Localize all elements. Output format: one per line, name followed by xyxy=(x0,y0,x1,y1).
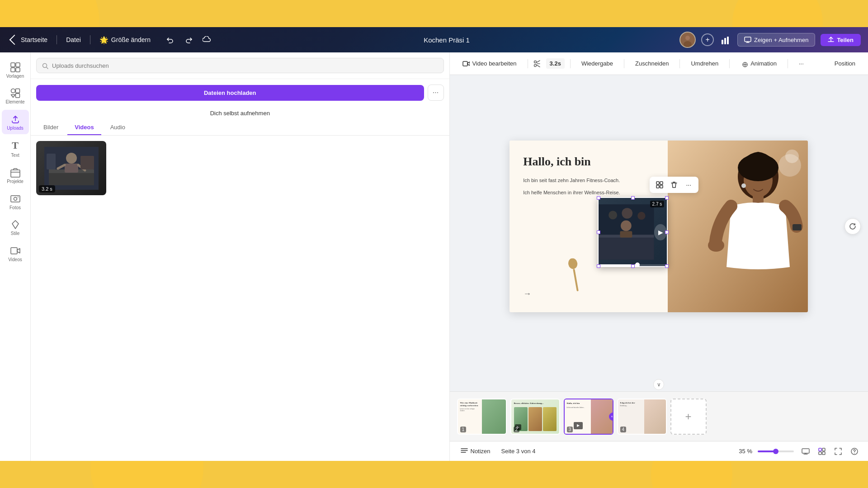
slide-arrow: → xyxy=(523,289,531,299)
canvas-bottom: ∨ xyxy=(450,378,868,391)
elemente-label: Elemente xyxy=(5,99,24,104)
resize-handle-r[interactable] xyxy=(665,230,669,234)
zoom-slider[interactable] xyxy=(758,450,794,452)
sidebar-item-elemente[interactable]: Elemente xyxy=(2,84,29,108)
stile-icon xyxy=(10,219,20,230)
float-add-button[interactable] xyxy=(653,178,666,191)
sidebar-item-vorlagen[interactable]: Vorlagen xyxy=(2,58,29,82)
video-bearbeiten-button[interactable]: Video bearbeiten xyxy=(457,57,522,70)
project-title: Kochen Präsi 1 xyxy=(424,36,470,44)
sidebar-item-uploads[interactable]: Uploads xyxy=(2,110,29,134)
media-grid: 3.2 s xyxy=(31,136,449,461)
svg-point-35 xyxy=(738,154,778,181)
sun-icon: 🌟 xyxy=(99,36,108,44)
position-button[interactable]: Position xyxy=(829,57,861,70)
upload-button[interactable]: Dateien hochladen xyxy=(36,85,424,101)
float-delete-button[interactable] xyxy=(668,178,680,191)
slide-canvas: Hallo, ich bin Ich bin seit fast zehn Ja… xyxy=(509,141,808,312)
tab-bilder[interactable]: Bilder xyxy=(36,120,66,135)
canvas-area: Video bearbeiten 3.2s Wiedergabe xyxy=(450,52,868,461)
search-input[interactable] xyxy=(52,62,438,69)
grid-view-button[interactable] xyxy=(816,445,828,458)
toolbar-right: Position xyxy=(829,57,861,70)
toolbar-sep-5 xyxy=(729,59,730,68)
tab-videos[interactable]: Videos xyxy=(67,120,101,135)
sidebar-item-projekte[interactable]: Projekte xyxy=(2,163,29,188)
svg-point-1 xyxy=(685,36,690,40)
resize-handle-br[interactable] xyxy=(665,264,669,268)
toolbar-sep-2 xyxy=(570,59,571,68)
svg-point-17 xyxy=(18,197,19,197)
cloud-save-button[interactable] xyxy=(199,33,214,47)
wiedergabe-button[interactable]: Wiedergabe xyxy=(576,57,618,70)
upload-area: Dateien hochladen ··· xyxy=(31,79,449,106)
svg-rect-12 xyxy=(15,89,19,93)
tab-audio[interactable]: Audio xyxy=(103,120,132,135)
fullscreen-button[interactable] xyxy=(832,445,844,458)
self-record-button[interactable]: Dich selbst aufnehmen xyxy=(31,106,449,120)
slide-body-2: Ich helfe Menschen in ihrer Wellness-Rei… xyxy=(523,189,654,197)
avatar[interactable] xyxy=(679,32,696,48)
resize-handle-b[interactable] xyxy=(631,264,635,268)
svg-rect-18 xyxy=(11,248,17,254)
toolbar-duration: 3.2s xyxy=(546,58,565,69)
svg-point-49 xyxy=(621,221,632,231)
svg-point-46 xyxy=(609,211,617,219)
teilen-button[interactable]: Teilen xyxy=(821,34,861,46)
sidebar-item-fotos[interactable]: Fotos xyxy=(2,189,29,214)
animation-button[interactable]: Animation xyxy=(735,57,782,70)
svg-rect-56 xyxy=(819,448,821,451)
float-more-button[interactable]: ··· xyxy=(682,178,695,191)
svg-point-40 xyxy=(778,154,801,177)
umdrehen-button[interactable]: Umdrehen xyxy=(685,57,724,70)
notes-button[interactable]: Notizen xyxy=(457,446,494,456)
sidebar-item-videos[interactable]: Videos xyxy=(2,241,29,266)
svg-point-41 xyxy=(567,258,578,270)
sidebar-item-stile[interactable]: Stile xyxy=(2,216,29,240)
grosse-button[interactable]: 🌟 Größe ändern xyxy=(96,34,154,46)
slide-thumb-3[interactable]: Hallo, ich bin Ich bin seit fast zehn Ja… xyxy=(564,399,613,435)
zoom-slider-fill xyxy=(758,450,774,452)
slide-4-right xyxy=(644,399,666,434)
slide-thumb-2[interactable]: Besser, effektive Zubereitung... ▶ 2 xyxy=(510,399,560,435)
sidebar-item-text[interactable]: T Text xyxy=(2,136,29,161)
chevron-down-button[interactable]: ∨ xyxy=(653,379,664,390)
text-icon: T xyxy=(12,140,19,151)
slide-thumb-1[interactable]: Wir eine Mahlzeit richtig vorbereiten kö… xyxy=(457,399,507,435)
resize-handle-bl[interactable] xyxy=(597,264,600,268)
resize-handle-t[interactable] xyxy=(631,196,635,200)
undo-button[interactable] xyxy=(163,33,178,47)
analytics-button[interactable] xyxy=(719,33,732,47)
videos-label: Videos xyxy=(8,257,22,262)
more-options-button[interactable]: ··· xyxy=(428,84,444,101)
resize-handle-l[interactable] xyxy=(597,230,600,234)
slide-thumb-4[interactable]: Folg ich bei der Ernährung... 4 xyxy=(617,399,667,435)
svg-rect-44 xyxy=(599,236,654,259)
svg-rect-55 xyxy=(802,449,809,453)
svg-point-29 xyxy=(534,64,536,66)
video-overlay-content: ▶ 2.7 s xyxy=(599,198,667,266)
video-overlay[interactable]: ▶ 2.7 s xyxy=(598,197,668,267)
elemente-icon xyxy=(10,88,20,99)
resize-handle-tr[interactable] xyxy=(665,196,669,200)
header-divider xyxy=(57,35,57,44)
help-button[interactable] xyxy=(848,445,861,458)
video-thumbnail[interactable]: 3.2 s xyxy=(36,141,106,195)
desktop-view-button[interactable] xyxy=(799,445,812,458)
svg-rect-14 xyxy=(11,170,20,177)
more-toolbar-button[interactable]: ··· xyxy=(793,57,809,70)
datei-button[interactable]: Datei xyxy=(62,34,85,45)
vorlagen-label: Vorlagen xyxy=(6,74,24,79)
svg-rect-52 xyxy=(660,182,663,184)
svg-point-23 xyxy=(66,153,77,164)
home-button[interactable]: Startseite xyxy=(7,34,51,45)
canvas-refresh-button[interactable] xyxy=(844,218,861,235)
resize-handle-tl[interactable] xyxy=(597,196,600,200)
redo-button[interactable] xyxy=(181,33,196,47)
svg-rect-7 xyxy=(11,63,15,67)
add-slide-button[interactable]: + xyxy=(670,399,707,435)
svg-rect-53 xyxy=(656,185,659,188)
zeigen-button[interactable]: Zeigen + Aufnehmen xyxy=(737,33,815,47)
add-collaborator-button[interactable]: + xyxy=(701,33,714,46)
zuschneiden-button[interactable]: Zuschneiden xyxy=(630,57,674,70)
